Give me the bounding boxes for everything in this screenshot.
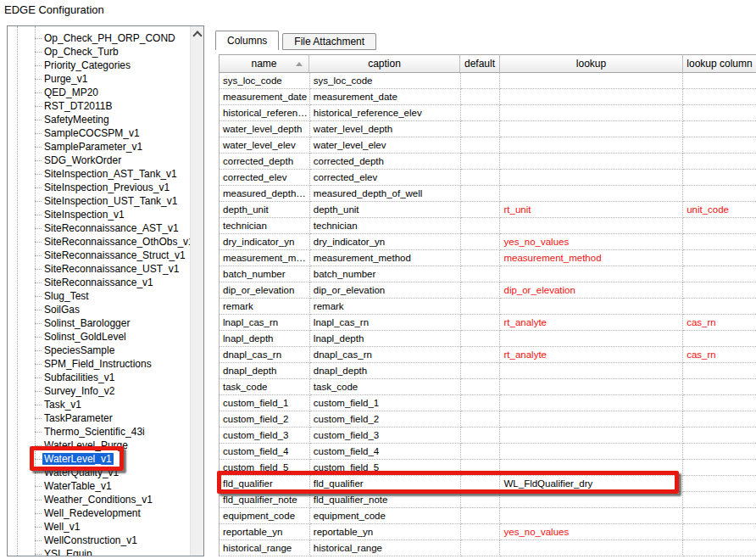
cell-fld_qualifier_note-caption[interactable]: fld_qualifier_note: [310, 492, 461, 508]
cell-technician-caption[interactable]: technician: [310, 218, 461, 234]
tree-item-Weather_Conditions_v1[interactable]: Weather_Conditions_v1: [8, 493, 190, 506]
tree-item-SiteReconnaissance_AST_v1[interactable]: SiteReconnaissance_AST_v1: [8, 221, 190, 235]
column-header-lookup[interactable]: lookup: [500, 54, 683, 73]
cell-lnapl_cas_rn-default[interactable]: [461, 315, 501, 331]
cell-reportable_yn-lookup_column[interactable]: [683, 524, 756, 540]
cell-dnapl_cas_rn-caption[interactable]: dnapl_cas_rn: [310, 347, 461, 363]
cell-dnapl_cas_rn-default[interactable]: [461, 347, 501, 363]
cell-historical_reference_elev-lookup[interactable]: [500, 105, 683, 121]
cell-batch_number-name[interactable]: batch_number: [220, 266, 310, 282]
cell-custom_field_1-caption[interactable]: custom_field_1: [310, 395, 461, 411]
tree-item-WellConstruction_v1[interactable]: WellConstruction_v1: [8, 534, 190, 547]
tree-item-SiteInspection_Previous_v1[interactable]: SiteInspection_Previous_v1: [8, 181, 190, 194]
cell-custom_field_5-lookup[interactable]: [500, 460, 683, 476]
cell-corrected_elev-caption[interactable]: corrected_elev: [310, 170, 461, 186]
cell-dnapl_cas_rn-name[interactable]: dnapl_cas_rn: [220, 347, 310, 363]
cell-lnapl_depth-default[interactable]: [461, 331, 501, 347]
cell-dry_indicator_yn-default[interactable]: [461, 234, 501, 250]
cell-task_code-default[interactable]: [461, 379, 501, 395]
cell-lnapl_cas_rn-lookup_column[interactable]: cas_rn: [683, 315, 756, 331]
column-header-lookup-column[interactable]: lookup column: [683, 54, 756, 73]
cell-dip_or_elevation-default[interactable]: [461, 282, 501, 299]
cell-custom_field_2-lookup_column[interactable]: [683, 411, 756, 428]
cell-historical_range-lookup_column[interactable]: [683, 540, 756, 556]
cell-equipment_code-lookup_column[interactable]: [683, 508, 756, 524]
cell-corrected_elev-name[interactable]: corrected_elev: [220, 170, 310, 186]
cell-custom_field_4-caption[interactable]: custom_field_4: [310, 444, 461, 460]
cell-dip_or_elevation-name[interactable]: dip_or_elevation: [220, 282, 310, 299]
cell-dry_indicator_yn-caption[interactable]: dry_indicator_yn: [310, 234, 461, 250]
tree-item-SpeciesSample[interactable]: SpeciesSample: [8, 344, 190, 357]
cell-custom_field_1-default[interactable]: [461, 395, 501, 411]
cell-depth_unit-lookup_column[interactable]: unit_code: [683, 202, 756, 218]
tree-item-SiteReconnaissance_Struct_v1[interactable]: SiteReconnaissance_Struct_v1: [8, 249, 190, 262]
tree-item-SPM_Field_Instructions[interactable]: SPM_Field_Instructions: [8, 357, 190, 371]
tree-item-TaskParameter[interactable]: TaskParameter: [8, 411, 190, 425]
cell-sys_loc_code-name[interactable]: sys_loc_code: [220, 73, 310, 89]
cell-measured_depth_of_well-lookup[interactable]: [500, 186, 683, 202]
tree-item-WaterLevel_v1[interactable]: WaterLevel_v1: [8, 452, 190, 466]
cell-remark-lookup_column[interactable]: [683, 299, 756, 315]
cell-custom_field_3-default[interactable]: [461, 428, 501, 444]
cell-historical_range-caption[interactable]: historical_range: [310, 540, 461, 556]
cell-reportable_yn-name[interactable]: reportable_yn: [220, 524, 310, 540]
cell-historical_range-default[interactable]: [461, 540, 501, 556]
tree-item-SiteReconnaissance_v1[interactable]: SiteReconnaissance_v1: [8, 276, 190, 289]
cell-fld_qualifier_note-lookup[interactable]: [500, 492, 683, 508]
tab-columns[interactable]: Columns: [215, 31, 279, 50]
cell-dry_indicator_yn-name[interactable]: dry_indicator_yn: [220, 234, 310, 250]
cell-dry_indicator_yn-lookup[interactable]: yes_no_values: [500, 234, 683, 250]
cell-measurement_method-caption[interactable]: measurement_method: [310, 250, 461, 266]
column-header-caption[interactable]: caption: [309, 54, 460, 73]
cell-water_level_elev-name[interactable]: water_level_elev: [220, 137, 310, 154]
cell-measurement_method-lookup[interactable]: measurement_method: [500, 250, 683, 266]
cell-fld_qualifier-name[interactable]: fld_qualifier: [220, 476, 310, 492]
cell-sys_loc_code-lookup[interactable]: [500, 73, 683, 89]
cell-historical_reference_elev-lookup_column[interactable]: [683, 105, 756, 121]
cell-technician-lookup[interactable]: [500, 218, 683, 234]
tree-item-Solinst_Barologger[interactable]: Solinst_Barologger: [8, 316, 190, 330]
tree-item-Solinst_GoldLevel[interactable]: Solinst_GoldLevel: [8, 330, 190, 344]
cell-custom_field_2-name[interactable]: custom_field_2: [220, 411, 310, 428]
cell-dip_or_elevation-caption[interactable]: dip_or_elevation: [310, 282, 461, 299]
cell-custom_field_2-caption[interactable]: custom_field_2: [310, 411, 461, 428]
cell-fld_qualifier-lookup_column[interactable]: [683, 476, 756, 492]
cell-custom_field_5-name[interactable]: custom_field_5: [220, 460, 310, 476]
cell-custom_field_5-default[interactable]: [461, 460, 501, 476]
cell-corrected_depth-caption[interactable]: corrected_depth: [310, 154, 461, 170]
cell-fld_qualifier-lookup[interactable]: WL_FldQualifier_dry: [500, 476, 683, 492]
cell-dry_indicator_yn-lookup_column[interactable]: [683, 234, 756, 250]
cell-task_code-caption[interactable]: task_code: [310, 379, 461, 395]
cell-water_level_elev-lookup_column[interactable]: [683, 137, 756, 154]
tab-file-attachment[interactable]: File Attachment: [282, 33, 376, 50]
tree-item-SiteInspection_UST_Tank_v1[interactable]: SiteInspection_UST_Tank_v1: [8, 194, 190, 208]
cell-custom_field_4-name[interactable]: custom_field_4: [220, 444, 310, 460]
cell-measured_depth_of_well-lookup_column[interactable]: [683, 186, 756, 202]
cell-depth_unit-name[interactable]: depth_unit: [220, 202, 310, 218]
cell-remark-default[interactable]: [461, 299, 501, 315]
tree-item-Op_Check_PH_ORP_COND[interactable]: Op_Check_PH_ORP_COND: [8, 31, 190, 45]
cell-batch_number-caption[interactable]: batch_number: [310, 266, 461, 282]
cell-dnapl_depth-lookup_column[interactable]: [683, 363, 756, 379]
cell-dnapl_depth-default[interactable]: [461, 363, 501, 379]
cell-custom_field_4-default[interactable]: [461, 444, 501, 460]
cell-measured_depth_of_well-default[interactable]: [461, 186, 501, 202]
cell-corrected_depth-lookup[interactable]: [500, 154, 683, 170]
cell-corrected_depth-name[interactable]: corrected_depth: [220, 154, 310, 170]
cell-fld_qualifier_note-lookup_column[interactable]: [683, 492, 756, 508]
tree-scrollbar[interactable]: [190, 26, 203, 556]
tree-item-RST_DT2011B[interactable]: RST_DT2011B: [8, 99, 190, 113]
cell-dnapl_depth-lookup[interactable]: [500, 363, 683, 379]
cell-corrected_depth-default[interactable]: [461, 154, 501, 170]
cell-measurement_date-lookup[interactable]: [500, 89, 683, 105]
cell-custom_field_5-caption[interactable]: custom_field_5: [310, 460, 461, 476]
cell-sys_loc_code-lookup_column[interactable]: [683, 73, 756, 89]
column-header-name[interactable]: name: [219, 54, 309, 73]
cell-lnapl_depth-lookup[interactable]: [500, 331, 683, 347]
tree-item-SampleParameter_v1[interactable]: SampleParameter_v1: [8, 140, 190, 154]
cell-lnapl_depth-name[interactable]: lnapl_depth: [220, 331, 310, 347]
cell-lnapl_depth-caption[interactable]: lnapl_depth: [310, 331, 461, 347]
cell-technician-lookup_column[interactable]: [683, 218, 756, 234]
cell-corrected_elev-default[interactable]: [461, 170, 501, 186]
tree-item-WaterLevel_Purge[interactable]: WaterLevel_Purge: [8, 439, 190, 452]
